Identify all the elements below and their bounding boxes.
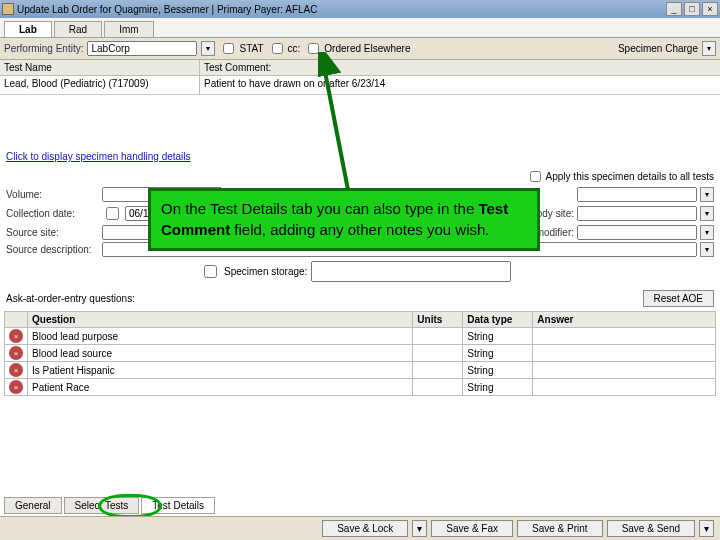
test-comment-header: Test Comment: xyxy=(200,60,720,76)
apply-all-checkbox[interactable] xyxy=(530,171,541,182)
collection-date-label: Collection date: xyxy=(6,208,96,219)
delete-row-icon[interactable]: × xyxy=(9,363,23,377)
volume-unit-field[interactable] xyxy=(577,187,697,202)
performing-entity-field[interactable] xyxy=(87,41,197,56)
stat-label: STAT xyxy=(239,43,263,54)
window-titlebar: Update Lab Order for Quagmire, Bessemer … xyxy=(0,0,720,18)
table-row: ×Blood lead sourceString xyxy=(5,345,716,362)
tab-imm[interactable]: Imm xyxy=(104,21,153,37)
dropdown-icon[interactable]: ▾ xyxy=(700,206,714,221)
body-site-field[interactable] xyxy=(577,206,697,221)
footer-buttons: Save & Lock▾ Save & Fax Save & Print Sav… xyxy=(0,516,720,540)
col-units: Units xyxy=(413,312,463,328)
specimen-charge-dropdown-icon[interactable]: ▾ xyxy=(702,41,716,56)
app-icon xyxy=(2,3,14,15)
save-lock-dropdown[interactable]: ▾ xyxy=(412,520,427,537)
reset-aoe-button[interactable]: Reset AOE xyxy=(643,290,714,307)
test-comment-field[interactable]: Patient to have drawn on or after 6/23/1… xyxy=(200,76,720,94)
dropdown-icon[interactable]: ▾ xyxy=(700,225,714,240)
specimen-charge-link[interactable]: Specimen Charge xyxy=(618,43,698,54)
save-print-button[interactable]: Save & Print xyxy=(517,520,603,537)
window-title: Update Lab Order for Quagmire, Bessemer … xyxy=(17,4,666,15)
source-site-label: Source site: xyxy=(6,227,96,238)
maximize-button[interactable]: □ xyxy=(684,2,700,16)
specimen-storage-label: Specimen storage: xyxy=(224,266,307,277)
volume-label: Volume: xyxy=(6,189,96,200)
cc-label: cc: xyxy=(288,43,301,54)
apply-all-label: Apply this specimen details to all tests xyxy=(546,171,714,182)
save-fax-button[interactable]: Save & Fax xyxy=(431,520,513,537)
tab-select-tests[interactable]: Select Tests xyxy=(64,497,140,514)
specimen-handling-link[interactable]: Click to display specimen handling detai… xyxy=(6,151,191,162)
save-send-dropdown[interactable]: ▾ xyxy=(699,520,714,537)
specimen-storage-checkbox[interactable] xyxy=(204,265,217,278)
stat-checkbox[interactable] xyxy=(223,43,234,54)
test-name-header: Test Name xyxy=(0,60,199,76)
aoe-table: Question Units Data type Answer ×Blood l… xyxy=(4,311,716,396)
tab-test-details[interactable]: Test Details xyxy=(141,497,215,514)
col-question: Question xyxy=(28,312,413,328)
source-desc-label: Source description: xyxy=(6,244,96,255)
annotation-arrow xyxy=(318,52,378,192)
performing-label: Performing Entity: xyxy=(4,43,83,54)
specimen-storage-field[interactable] xyxy=(311,261,511,282)
delete-row-icon[interactable]: × xyxy=(9,329,23,343)
delete-row-icon[interactable]: × xyxy=(9,380,23,394)
table-row: ×Patient RaceString xyxy=(5,379,716,396)
aoe-label: Ask-at-order-entry questions: xyxy=(6,293,135,304)
delete-row-icon[interactable]: × xyxy=(9,346,23,360)
tab-general[interactable]: General xyxy=(4,497,62,514)
minimize-button[interactable]: _ xyxy=(666,2,682,16)
detail-tabs: General Select Tests Test Details xyxy=(4,497,215,514)
table-row: ×Blood lead purposeString xyxy=(5,328,716,345)
site-modifier-field[interactable] xyxy=(577,225,697,240)
tab-lab[interactable]: Lab xyxy=(4,21,52,37)
save-lock-button[interactable]: Save & Lock xyxy=(322,520,408,537)
annotation-callout: On the Test Details tab you can also typ… xyxy=(148,188,540,251)
table-row: ×Is Patient HispanicString xyxy=(5,362,716,379)
tab-rad[interactable]: Rad xyxy=(54,21,102,37)
dropdown-icon[interactable]: ▾ xyxy=(700,187,714,202)
performing-dropdown-icon[interactable]: ▾ xyxy=(201,41,215,56)
col-answer: Answer xyxy=(533,312,716,328)
dropdown-icon[interactable]: ▾ xyxy=(700,242,714,257)
svg-line-0 xyxy=(322,56,348,190)
save-send-button[interactable]: Save & Send xyxy=(607,520,695,537)
cc-checkbox[interactable] xyxy=(272,43,283,54)
collection-date-checkbox[interactable] xyxy=(106,207,119,220)
col-datatype: Data type xyxy=(463,312,533,328)
test-name-value: Lead, Blood (Pediatric) (717009) xyxy=(0,76,199,94)
close-button[interactable]: × xyxy=(702,2,718,16)
order-type-tabs: Lab Rad Imm xyxy=(0,18,720,38)
